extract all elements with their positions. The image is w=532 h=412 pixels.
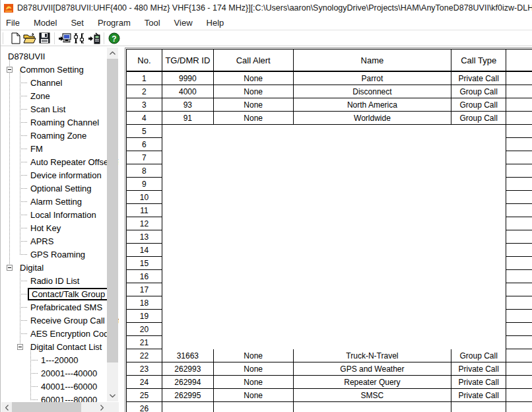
cell-name[interactable] xyxy=(294,283,452,296)
new-file-button[interactable] xyxy=(8,31,22,45)
cell-alert[interactable] xyxy=(214,336,294,349)
cell-extra[interactable] xyxy=(506,164,532,178)
cell-type[interactable]: Group Call xyxy=(451,98,506,112)
cell-no[interactable]: 21 xyxy=(127,336,162,349)
cell-type[interactable] xyxy=(451,323,506,336)
cell-id[interactable] xyxy=(162,310,214,323)
sidebar-item-hot-key[interactable]: Hot Key xyxy=(29,221,62,234)
cell-name[interactable] xyxy=(294,257,452,270)
cell-extra[interactable] xyxy=(506,244,532,257)
sidebar-item-gps-roaming[interactable]: GPS Roaming xyxy=(29,248,86,261)
cell-no[interactable]: 15 xyxy=(127,257,162,270)
cell-id[interactable] xyxy=(162,402,214,412)
cell-type[interactable] xyxy=(451,270,506,283)
cell-name[interactable] xyxy=(294,244,452,257)
cell-name[interactable] xyxy=(294,402,452,412)
cell-type[interactable] xyxy=(451,244,506,257)
cell-name[interactable] xyxy=(294,191,452,204)
cell-no[interactable]: 12 xyxy=(127,217,162,230)
scroll-down-arrow[interactable] xyxy=(107,390,118,401)
cell-type[interactable]: Private Call xyxy=(451,376,506,389)
cell-type[interactable]: Private Call xyxy=(451,389,506,402)
cell-type[interactable] xyxy=(451,336,506,349)
cell-no[interactable]: 4 xyxy=(127,112,162,125)
cell-name[interactable]: Disconnect xyxy=(294,85,452,98)
sidebar-item-d878uvii[interactable]: D878UVII xyxy=(7,50,46,63)
cell-name[interactable] xyxy=(294,138,452,151)
cell-extra[interactable] xyxy=(506,270,532,283)
cell-no[interactable]: 8 xyxy=(127,164,162,178)
cell-type[interactable] xyxy=(451,164,506,178)
scroll-up-arrow[interactable] xyxy=(107,48,118,59)
cell-no[interactable]: 5 xyxy=(127,125,162,138)
cell-extra[interactable] xyxy=(506,217,532,230)
cell-name[interactable] xyxy=(294,310,452,323)
cell-no[interactable]: 18 xyxy=(127,296,162,310)
cell-id[interactable] xyxy=(162,164,214,178)
cell-alert[interactable] xyxy=(214,217,294,230)
compare-button[interactable] xyxy=(72,31,86,45)
cell-id[interactable]: 9990 xyxy=(162,72,214,85)
cell-alert[interactable] xyxy=(214,402,294,412)
open-file-button[interactable] xyxy=(22,31,37,45)
cell-no[interactable]: 10 xyxy=(127,191,162,204)
cell-alert[interactable] xyxy=(214,310,294,323)
cell-no[interactable]: 23 xyxy=(127,362,162,376)
cell-alert[interactable]: None xyxy=(214,389,294,402)
cell-extra[interactable] xyxy=(506,191,532,204)
cell-id[interactable] xyxy=(162,257,214,270)
cell-extra[interactable] xyxy=(506,376,532,389)
cell-no[interactable]: 24 xyxy=(127,376,162,389)
cell-type[interactable] xyxy=(451,283,506,296)
cell-type[interactable] xyxy=(451,257,506,270)
cell-id[interactable] xyxy=(162,138,214,151)
cell-extra[interactable] xyxy=(506,230,532,244)
sidebar-item-scan-list[interactable]: Scan List xyxy=(29,102,67,116)
cell-no[interactable]: 20 xyxy=(127,323,162,336)
cell-name[interactable]: GPS and Weather xyxy=(294,362,452,376)
cell-alert[interactable] xyxy=(214,270,294,283)
tree-horizontal-scrollbar[interactable] xyxy=(1,402,107,412)
cell-type[interactable]: Group Call xyxy=(451,112,506,125)
cell-no[interactable]: 22 xyxy=(127,349,162,362)
cell-extra[interactable] xyxy=(506,98,532,112)
cell-extra[interactable] xyxy=(506,349,532,362)
cell-alert[interactable]: None xyxy=(214,376,294,389)
sidebar-item-fm[interactable]: FM xyxy=(29,142,44,155)
cell-extra[interactable] xyxy=(506,310,532,323)
sidebar-item-prefabricated-sms[interactable]: Prefabricated SMS xyxy=(29,300,104,314)
cell-alert[interactable] xyxy=(214,230,294,244)
sidebar-item-radio-id-list[interactable]: Radio ID List xyxy=(29,274,81,287)
cell-name[interactable] xyxy=(294,270,452,283)
cell-alert[interactable] xyxy=(214,257,294,270)
cell-alert[interactable]: None xyxy=(214,85,294,98)
cell-type[interactable] xyxy=(451,310,506,323)
cell-id[interactable] xyxy=(162,323,214,336)
cell-id[interactable] xyxy=(162,336,214,349)
tree-collapse-toggle[interactable] xyxy=(7,67,13,73)
cell-type[interactable]: Private Call xyxy=(451,72,506,85)
tree-collapse-toggle[interactable] xyxy=(7,265,13,271)
cell-no[interactable]: 26 xyxy=(127,402,162,412)
cell-alert[interactable]: None xyxy=(214,72,294,85)
sidebar-item-aes-encryption-code[interactable]: AES Encryption Code xyxy=(29,327,115,340)
cell-extra[interactable] xyxy=(506,125,532,138)
cell-name[interactable]: Worldwide xyxy=(294,112,452,125)
cell-type[interactable]: Group Call xyxy=(451,349,506,362)
cell-extra[interactable] xyxy=(506,72,532,85)
cell-no[interactable]: 6 xyxy=(127,138,162,151)
cell-extra[interactable] xyxy=(506,362,532,376)
menu-program[interactable]: Program xyxy=(98,18,131,28)
scroll-left-arrow[interactable] xyxy=(1,402,12,412)
cell-extra[interactable] xyxy=(506,389,532,402)
cell-type[interactable] xyxy=(451,191,506,204)
cell-id[interactable] xyxy=(162,283,214,296)
cell-alert[interactable] xyxy=(214,296,294,310)
cell-alert[interactable] xyxy=(214,283,294,296)
menu-model[interactable]: Model xyxy=(34,18,57,28)
tree-collapse-toggle[interactable] xyxy=(17,344,23,350)
cell-no[interactable]: 17 xyxy=(127,283,162,296)
cell-alert[interactable] xyxy=(214,151,294,164)
cell-id[interactable]: 262993 xyxy=(162,362,214,376)
menu-help[interactable]: Help xyxy=(207,18,224,28)
